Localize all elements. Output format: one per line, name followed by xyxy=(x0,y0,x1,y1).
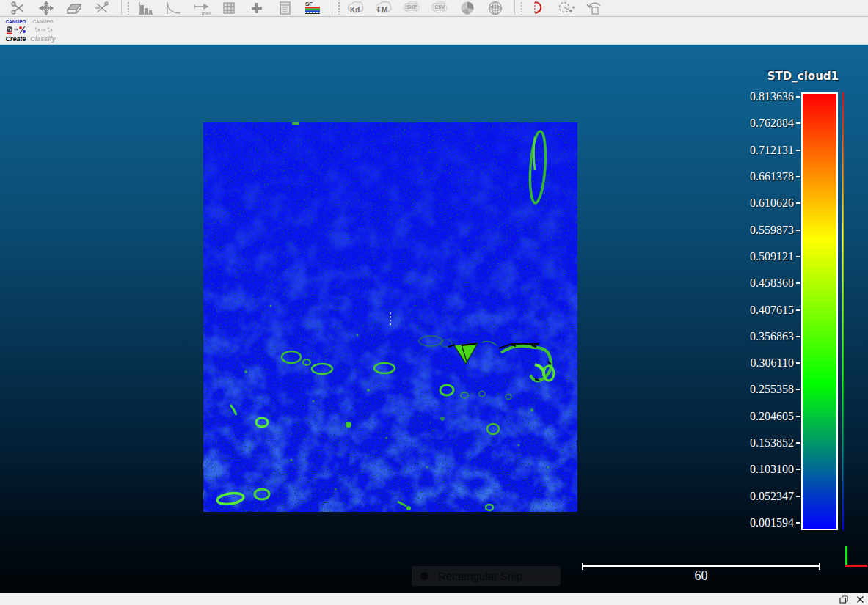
canupo-create-button[interactable]: CANUPO Create xyxy=(2,18,29,43)
sf-gradient-max-icon[interactable]: max xyxy=(190,0,212,15)
ramp-tick xyxy=(796,150,800,151)
canupo-classify-label: Classify xyxy=(30,35,56,43)
x-axis-red xyxy=(845,565,867,567)
ramp-label-row: 0.661378 xyxy=(698,170,800,183)
csv-export-icon[interactable]: CSV xyxy=(428,0,451,15)
y-axis-green xyxy=(845,546,847,566)
ramp-label-row: 0.762884 xyxy=(698,117,800,130)
rotate-back-arrow-icon[interactable] xyxy=(583,0,605,15)
ramp-label-row: 0.204605 xyxy=(698,410,800,423)
max-label: max xyxy=(202,11,211,16)
axes-indicator xyxy=(844,546,868,568)
scalar-histogram xyxy=(840,92,868,532)
ramp-tick xyxy=(796,389,800,390)
snip-mode-icon xyxy=(420,572,428,580)
scale-bar-value: 60 xyxy=(582,568,820,584)
canupo-brand: CANUPO xyxy=(5,19,26,24)
toolbar-drag-handle[interactable] xyxy=(520,1,523,15)
canupo-brand: CANUPO xyxy=(32,19,53,24)
sf-color-scales-icon[interactable]: SF xyxy=(302,0,324,15)
canupo-create-icon xyxy=(5,26,27,34)
sphere-pie-icon[interactable] xyxy=(456,0,478,15)
ramp-tick xyxy=(796,176,800,177)
scalar-field-title: STD_cloud1 xyxy=(692,70,839,83)
ramp-tick xyxy=(796,96,800,98)
translate-rotate-icon[interactable] xyxy=(35,0,57,15)
color-ramp[interactable] xyxy=(801,92,838,530)
rectangular-snip-tooltip[interactable]: Rectangular Snip xyxy=(412,566,561,586)
toolbar-drag-handle[interactable] xyxy=(127,1,130,15)
ramp-tick xyxy=(796,282,800,284)
ramp-label-row: 0.559873 xyxy=(698,224,800,237)
svg-text:FM: FM xyxy=(377,6,387,14)
close-window-icon[interactable] xyxy=(855,595,865,604)
globe-grid-icon[interactable] xyxy=(484,0,506,15)
ramp-label-row: 0.001594 xyxy=(698,516,800,529)
ramp-label-row: 0.509121 xyxy=(698,250,800,263)
ramp-label-row: 0.610626 xyxy=(698,197,800,210)
ramp-label-row: 0.356863 xyxy=(698,330,800,343)
ramp-label-row: 0.306110 xyxy=(698,356,800,370)
3d-viewport[interactable]: STD_cloud1 0.813636 0.762884 0.712131 0.… xyxy=(0,44,868,593)
shp-export-icon[interactable]: SHP xyxy=(401,0,423,15)
restore-window-icon[interactable] xyxy=(839,595,849,604)
cross-section-icon[interactable] xyxy=(91,0,113,15)
main-toolbar: max SF Kd FM SHP xyxy=(0,0,868,17)
toolbar-drag-handle[interactable] xyxy=(338,1,340,15)
ramp-tick xyxy=(796,416,800,417)
segment-scissors-icon[interactable] xyxy=(7,0,29,15)
ramp-tick xyxy=(796,309,800,311)
ramp-tick xyxy=(796,496,800,497)
canupo-toolbar: CANUPO Create CANUPO Classify xyxy=(0,18,868,44)
sf-add-plus-icon[interactable] xyxy=(246,0,268,15)
ramp-label-row: 0.458368 xyxy=(698,276,800,290)
ramp-tick xyxy=(796,469,800,470)
point-pair-align-icon[interactable] xyxy=(555,0,577,15)
ramp-tick xyxy=(796,442,800,444)
point-cloud-render[interactable] xyxy=(203,122,577,512)
ramp-tick xyxy=(796,336,800,337)
shp-badge: SHP xyxy=(407,4,417,10)
snip-label: Rectangular Snip xyxy=(438,570,522,582)
ramp-label-row: 0.153852 xyxy=(698,436,800,450)
scale-bar-line xyxy=(582,565,820,567)
sf-filter-curve-icon[interactable] xyxy=(162,0,184,15)
sf-calculator-icon[interactable] xyxy=(274,0,296,15)
sf-histogram-icon[interactable] xyxy=(134,0,156,15)
color-ramp-labels: 0.813636 0.762884 0.712131 0.661378 0.61… xyxy=(698,90,800,529)
fm-facets-icon[interactable]: FM xyxy=(373,0,395,15)
ramp-label-row: 0.712131 xyxy=(698,144,800,157)
ramp-label-row: 0.103100 xyxy=(698,463,800,476)
ramp-tick xyxy=(796,202,800,204)
toolbar-separator xyxy=(332,0,332,15)
ramp-tick xyxy=(796,122,800,124)
status-bar xyxy=(0,593,868,605)
toolbar-separator xyxy=(121,0,122,15)
ramp-tick xyxy=(796,362,800,364)
sf-arithmetic-grid-icon[interactable] xyxy=(218,0,240,15)
ramp-label-row: 0.407615 xyxy=(698,304,800,317)
ramp-label-row: 0.052347 xyxy=(698,490,800,503)
canupo-classify-button[interactable]: CANUPO Classify xyxy=(29,18,56,43)
ramp-label-row: 0.813636 xyxy=(698,90,800,103)
toolbar-separator xyxy=(514,0,515,15)
ramp-tick xyxy=(796,522,800,524)
svg-text:Kd: Kd xyxy=(350,6,360,14)
canupo-create-label: Create xyxy=(5,35,26,43)
red-curve-fit-icon[interactable] xyxy=(528,0,550,15)
ramp-tick xyxy=(796,256,800,257)
clipping-box-icon[interactable] xyxy=(63,0,85,15)
svg-text:SF: SF xyxy=(305,1,313,7)
ramp-tick xyxy=(796,230,800,231)
ramp-label-row: 0.255358 xyxy=(698,383,800,396)
kd-tree-icon[interactable]: Kd xyxy=(345,0,367,15)
csv-badge: CSV xyxy=(435,4,445,10)
canupo-classify-icon xyxy=(32,26,54,34)
